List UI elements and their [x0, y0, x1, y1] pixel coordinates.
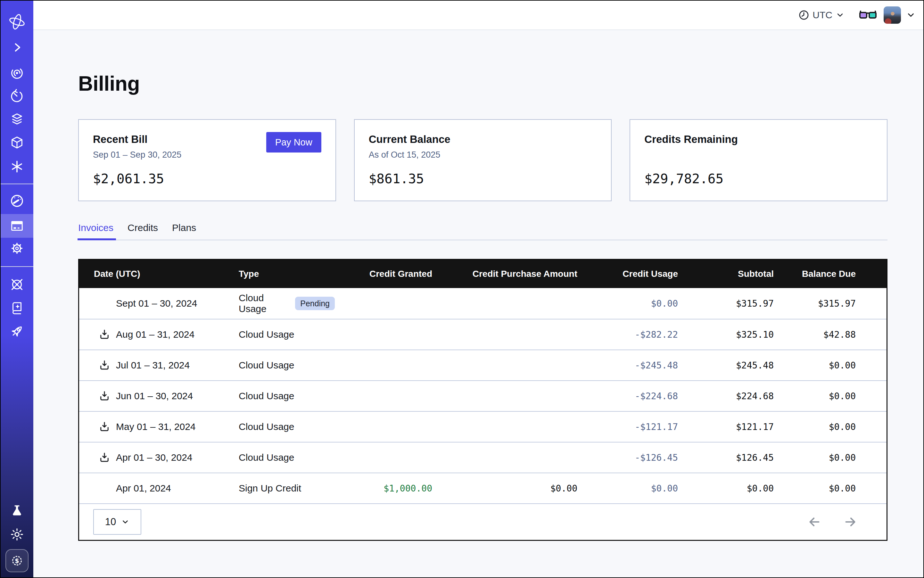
sidebar-item-rocket-icon[interactable] [1, 324, 33, 339]
card-amount: $29,782.65 [644, 171, 873, 187]
cell-credit-granted: $1,000.00 [335, 483, 432, 494]
dollar-badge-pill: $ [5, 549, 29, 572]
invoice-type: Sign Up Credit [239, 483, 301, 494]
user-avatar[interactable] [883, 6, 901, 24]
invoices-table: Date (UTC)TypeCredit GrantedCredit Purch… [78, 259, 887, 541]
cell-subtotal: $121.17 [678, 422, 774, 432]
sidebar-divider [1, 183, 33, 184]
cell-balance-due: $0.00 [774, 452, 856, 463]
cell-date: May 01 – 31, 2024 [94, 421, 239, 432]
cell-credit-usage: -$224.68 [577, 391, 678, 401]
page-size-select[interactable]: 10 [93, 509, 141, 535]
invoice-date: Apr 01 – 30, 2024 [116, 452, 193, 463]
download-invoice-icon[interactable] [99, 359, 110, 371]
cell-date: Apr 01 – 30, 2024 [94, 452, 239, 463]
download-invoice-icon[interactable] [99, 421, 110, 432]
card-title: Credits Remaining [644, 133, 873, 146]
invoice-type: Cloud Usage [239, 329, 294, 340]
card-subtitle: As of Oct 15, 2025 [369, 149, 597, 160]
download-invoice-icon[interactable] [99, 329, 110, 340]
column-header: Date (UTC) [94, 269, 239, 279]
sidebar-item-billing-card-icon[interactable] [1, 219, 33, 233]
app-window: $ UTC [0, 0, 924, 578]
column-header: Credit Purchase Amount [432, 269, 577, 279]
sidebar-item-asterisk-icon[interactable] [1, 159, 33, 174]
cell-type: Cloud Usage Pending [239, 292, 335, 314]
summary-cards: Recent Bill Sep 01 – Sep 30, 2025 $2,061… [78, 119, 887, 201]
cell-credit-usage: -$245.48 [577, 360, 678, 371]
invoice-date: Apr 01, 2024 [116, 483, 171, 494]
table-row: Apr 01, 2024 Sign Up Credit $1,000.00 $0… [79, 472, 887, 503]
sidebar-item-gauge-icon[interactable] [1, 193, 33, 209]
cell-subtotal: $245.48 [678, 360, 774, 371]
previous-page-arrow-icon[interactable] [807, 515, 822, 529]
table-row: Aug 01 – 31, 2024 Cloud Usage -$282.22 $… [79, 319, 887, 349]
pay-now-button[interactable]: Pay Now [266, 132, 322, 153]
cell-subtotal: $315.97 [678, 298, 774, 309]
topbar: UTC [33, 1, 923, 30]
cell-credit-usage: -$121.17 [577, 422, 678, 432]
sidebar-item-layers-icon[interactable] [1, 112, 33, 127]
table-footer: 10 [79, 503, 887, 540]
tab-invoices[interactable]: Invoices [78, 222, 114, 240]
sidebar-item-settings-gear-icon[interactable] [1, 240, 33, 256]
cell-type: Cloud Usage [239, 391, 335, 401]
sidebar-item-docs-book-sparkle-icon[interactable] [1, 300, 33, 315]
invoice-type: Cloud Usage [239, 391, 294, 401]
card-subtitle [644, 149, 873, 160]
card-title: Current Balance [369, 133, 597, 146]
invoice-type: Cloud Usage [239, 292, 288, 314]
cell-subtotal: $325.10 [678, 330, 774, 340]
app-logo-icon[interactable] [1, 13, 33, 31]
cell-credit-usage: $0.00 [577, 483, 678, 494]
sidebar-item-ship-wheel-icon[interactable] [1, 277, 33, 292]
clock-icon [798, 10, 809, 21]
cell-date: Jul 01 – 31, 2024 [94, 359, 239, 371]
table-row: Jul 01 – 31, 2024 Cloud Usage -$245.48 $… [79, 349, 887, 380]
table-row: Apr 01 – 30, 2024 Cloud Usage -$126.45 $… [79, 442, 887, 472]
sidebar-item-sun-icon[interactable] [1, 527, 33, 542]
cell-type: Cloud Usage [239, 421, 335, 432]
cell-credit-usage: $0.00 [577, 298, 678, 309]
sidebar-item-flask-icon[interactable] [1, 504, 33, 518]
timezone-selector[interactable]: UTC [798, 10, 844, 21]
cell-date: Sept 01 – 30, 2024 [94, 298, 239, 309]
sidebar-item-credits-dollar-badge-icon[interactable]: $ [1, 549, 33, 572]
cell-credit-usage: -$282.22 [577, 330, 678, 340]
card-current-balance: Current Balance As of Oct 15, 2025 $861.… [354, 119, 612, 201]
page-size-value: 10 [105, 516, 116, 528]
table-row: Sept 01 – 30, 2024 Cloud Usage Pending $… [79, 288, 887, 319]
pagination-arrows [807, 515, 858, 529]
invoice-date: Aug 01 – 31, 2024 [116, 329, 195, 340]
download-invoice-icon[interactable] [99, 452, 110, 463]
cell-balance-due: $42.88 [774, 330, 856, 340]
main-column: UTC [33, 1, 923, 577]
cell-type: Cloud Usage [239, 360, 335, 371]
next-page-arrow-icon[interactable] [843, 515, 858, 529]
invoice-date: Sept 01 – 30, 2024 [116, 298, 197, 309]
sidebar-item-timer-icon[interactable] [1, 89, 33, 104]
chevron-down-icon [121, 518, 130, 526]
card-amount: $2,061.35 [93, 171, 322, 187]
glasses-icon[interactable] [859, 9, 877, 21]
cell-date: Jun 01 – 30, 2024 [94, 390, 239, 402]
cell-date: Apr 01, 2024 [94, 482, 239, 494]
sidebar-item-cube-icon[interactable] [1, 136, 33, 150]
sidebar-item-radar-icon[interactable] [1, 66, 33, 80]
invoice-type: Cloud Usage [239, 421, 294, 432]
chevron-down-icon [836, 11, 844, 19]
card-credits-remaining: Credits Remaining $29,782.65 [630, 119, 887, 201]
invoice-date: Jul 01 – 31, 2024 [116, 360, 190, 371]
sidebar-expand-chevron-right-icon[interactable] [1, 41, 33, 54]
cell-type: Cloud Usage [239, 452, 335, 463]
card-recent-bill: Recent Bill Sep 01 – Sep 30, 2025 $2,061… [78, 119, 336, 201]
cell-subtotal: $224.68 [678, 391, 774, 401]
tab-plans[interactable]: Plans [172, 222, 196, 240]
table-body: Sept 01 – 30, 2024 Cloud Usage Pending $… [79, 288, 887, 503]
download-invoice-icon[interactable] [99, 390, 110, 402]
account-menu-chevron-down-icon[interactable] [906, 10, 916, 20]
cell-balance-due: $0.00 [774, 483, 856, 494]
page-title: Billing [78, 70, 887, 98]
tab-credits[interactable]: Credits [128, 222, 158, 240]
sidebar: $ [1, 1, 33, 577]
